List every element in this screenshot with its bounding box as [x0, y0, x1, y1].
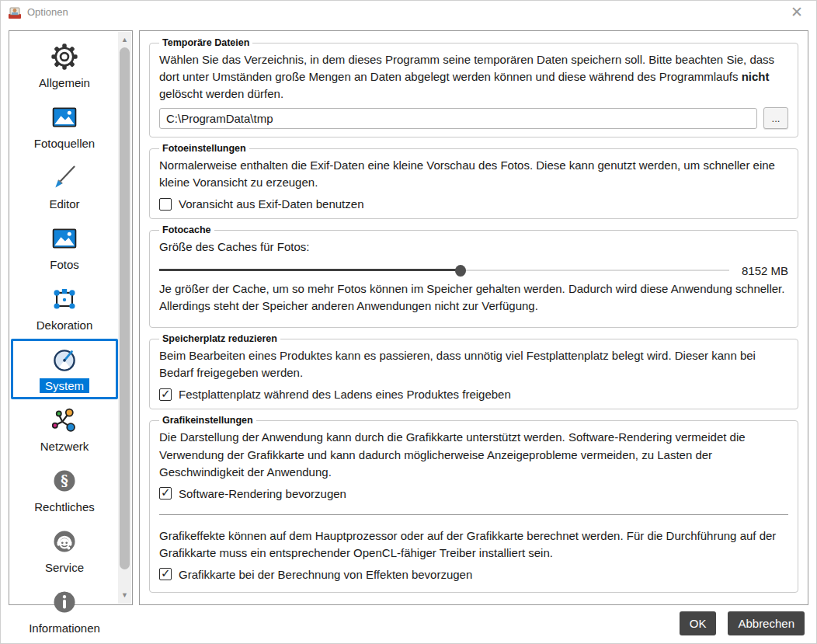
scroll-up-icon[interactable]: ▲: [118, 33, 131, 47]
section-divider: [159, 514, 788, 515]
group-temporary-files: Temporäre Dateien Wählen Sie das Verzeic…: [149, 37, 798, 138]
sidebar-item-system[interactable]: System: [11, 339, 118, 399]
software-rendering-checkbox-row[interactable]: Software-Rendering bevorzugen: [159, 487, 788, 500]
sidebar-item-label: Editor: [43, 197, 85, 211]
category-list: Allgemein Fotoquellen Editor: [10, 36, 119, 642]
group-description: Grafikeffekte können auf dem Hauptprozes…: [159, 527, 788, 562]
cancel-button[interactable]: Abbrechen: [728, 611, 805, 635]
sidebar-item-allgemein[interactable]: Allgemein: [11, 36, 118, 96]
category-sidebar: Allgemein Fotoquellen Editor: [9, 30, 133, 605]
group-title: Temporäre Dateien: [159, 37, 252, 48]
photo-icon: [50, 103, 78, 131]
sidebar-item-fotoquellen[interactable]: Fotoquellen: [11, 96, 118, 157]
slider-track-filled: [159, 269, 461, 271]
group-title: Fotocache: [159, 225, 214, 235]
exif-preview-checkbox-row[interactable]: Voransicht aus Exif-Daten benutzen: [159, 197, 788, 211]
sidebar-item-label: Fotos: [44, 257, 85, 272]
paragraph-icon: §: [50, 467, 78, 495]
window-title: Optionen: [27, 6, 68, 18]
cache-size-value: 8152 MB: [737, 264, 788, 277]
group-description: Wählen Sie das Verzeichnis, in dem diese…: [159, 51, 788, 103]
photo-icon: [50, 225, 78, 252]
group-photo-settings: Fotoeinstellungen Normalerweise enthalte…: [149, 143, 798, 219]
software-rendering-checkbox[interactable]: [159, 487, 172, 500]
group-description: Normalerweise enthalten die Exif-Daten e…: [159, 157, 788, 191]
free-disk-space-checkbox-row[interactable]: Festplattenplatz während des Ladens eine…: [159, 388, 788, 401]
checkbox-label: Festplattenplatz während des Ladens eine…: [179, 388, 511, 401]
title-bar: Optionen ✕: [1, 1, 816, 24]
sidebar-item-dekoration[interactable]: Dekoration: [11, 278, 118, 339]
sidebar-item-label: Informationen: [23, 621, 106, 635]
gpu-effects-checkbox-row[interactable]: Grafikkarte bei der Berechnung von Effek…: [159, 568, 788, 581]
sidebar-item-service[interactable]: Service: [11, 520, 118, 581]
browse-button[interactable]: ...: [763, 107, 788, 129]
group-title: Speicherplatz reduzieren: [159, 333, 280, 344]
group-reduce-disk-space: Speicherplatz reduzieren Beim Bearbeiten…: [149, 333, 798, 409]
network-nodes-icon: [50, 406, 78, 434]
support-headset-icon: [50, 527, 78, 555]
sidebar-item-label: Netzwerk: [35, 439, 95, 454]
cache-slider-row: 8152 MB: [159, 263, 788, 277]
settings-panel: Temporäre Dateien Wählen Sie das Verzeic…: [139, 30, 808, 605]
gpu-effects-checkbox[interactable]: [159, 568, 172, 580]
gauge-icon: [50, 346, 78, 374]
slider-thumb[interactable]: [455, 265, 466, 277]
ok-button[interactable]: OK: [680, 611, 717, 635]
group-photo-cache: Fotocache Größe des Caches für Fotos: 81…: [149, 225, 798, 328]
dialog-footer: OK Abbrechen: [680, 611, 805, 635]
sidebar-item-label: Allgemein: [33, 75, 96, 90]
sidebar-item-label: Fotoquellen: [29, 136, 100, 151]
temp-directory-input[interactable]: [159, 108, 757, 129]
checkbox-label: Voransicht aus Exif-Daten benutzen: [179, 197, 363, 211]
group-title: Grafikeinstellungen: [159, 415, 256, 426]
group-title: Fotoeinstellungen: [159, 143, 249, 154]
sidebar-item-label: Service: [40, 560, 89, 575]
temp-path-row: ...: [159, 107, 788, 129]
sidebar-item-label: Rechtliches: [29, 500, 100, 514]
sidebar-scrollbar[interactable]: ▲ ▼: [118, 32, 131, 604]
group-description: Beim Bearbeiten eines Produktes kann es …: [159, 347, 788, 381]
cache-size-slider[interactable]: [159, 263, 729, 277]
sidebar-item-fotos[interactable]: Fotos: [11, 218, 118, 278]
options-dialog: { "window": { "title": "Optionen", "clos…: [0, 0, 817, 644]
scrollbar-thumb[interactable]: [120, 47, 130, 569]
sidebar-item-informationen[interactable]: Informationen: [11, 581, 118, 642]
gear-icon: [50, 43, 78, 71]
group-description: Je größer der Cache, um so mehr Fotos kö…: [159, 280, 788, 315]
free-disk-space-checkbox[interactable]: [159, 388, 172, 401]
group-graphics-settings: Grafikeinstellungen Die Darstellung der …: [149, 415, 798, 592]
checkbox-label: Grafikkarte bei der Berechnung von Effek…: [179, 568, 472, 581]
sidebar-item-label: System: [40, 378, 89, 393]
svg-text:§: §: [61, 472, 68, 489]
sidebar-item-label: Dekoration: [31, 318, 99, 332]
sidebar-item-rechtliches[interactable]: § Rechtliches: [11, 460, 118, 520]
exif-preview-checkbox[interactable]: [159, 198, 172, 211]
app-icon: [7, 5, 23, 20]
scroll-down-icon[interactable]: ▼: [118, 589, 131, 602]
info-icon: [50, 588, 78, 616]
close-icon[interactable]: ✕: [788, 4, 805, 21]
sidebar-item-netzwerk[interactable]: Netzwerk: [11, 399, 118, 460]
cache-size-label: Größe des Caches für Fotos:: [159, 238, 788, 256]
group-description: Die Darstellung der Anwendung kann durch…: [159, 429, 788, 480]
selection-frame-icon: [50, 285, 78, 313]
checkbox-label: Software-Rendering bevorzugen: [179, 487, 346, 500]
sidebar-item-editor[interactable]: Editor: [11, 157, 118, 218]
brush-icon: [50, 164, 78, 192]
